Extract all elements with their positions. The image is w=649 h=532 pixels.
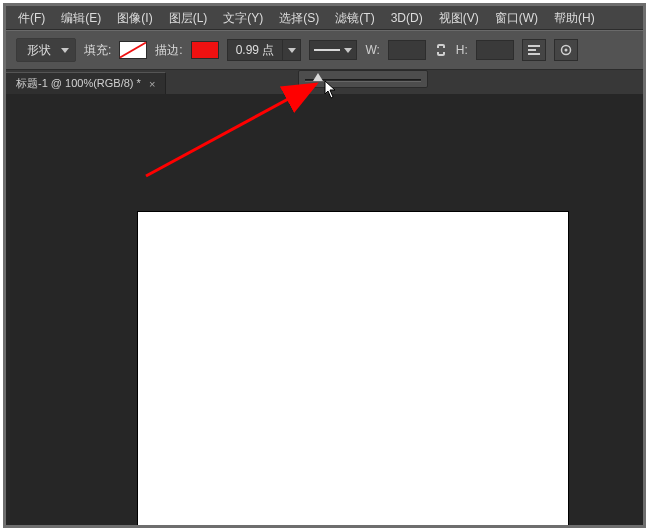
slider-thumb[interactable] bbox=[313, 73, 323, 81]
document-canvas[interactable] bbox=[138, 212, 568, 528]
svg-rect-0 bbox=[528, 45, 540, 47]
svg-point-4 bbox=[564, 49, 567, 52]
menu-select[interactable]: 选择(S) bbox=[271, 6, 327, 30]
no-fill-icon bbox=[119, 41, 147, 59]
menu-3d[interactable]: 3D(D) bbox=[383, 6, 431, 30]
menu-view[interactable]: 视图(V) bbox=[431, 6, 487, 30]
menu-type[interactable]: 文字(Y) bbox=[215, 6, 271, 30]
stroke-width-field[interactable]: 0.99 点 bbox=[227, 39, 302, 61]
svg-rect-1 bbox=[528, 49, 536, 51]
stroke-swatch[interactable] bbox=[191, 41, 219, 59]
menu-edit[interactable]: 编辑(E) bbox=[53, 6, 109, 30]
stroke-width-slider[interactable] bbox=[298, 70, 428, 88]
chevron-down-icon bbox=[288, 48, 296, 53]
fill-swatch[interactable] bbox=[119, 41, 147, 59]
height-field[interactable] bbox=[476, 40, 514, 60]
stroke-width-value: 0.99 点 bbox=[228, 42, 283, 59]
solid-line-icon bbox=[314, 49, 340, 51]
link-icon[interactable] bbox=[434, 42, 448, 58]
svg-rect-2 bbox=[528, 53, 540, 55]
chevron-down-icon bbox=[61, 48, 69, 53]
menu-image[interactable]: 图像(I) bbox=[109, 6, 160, 30]
canvas-area[interactable] bbox=[6, 94, 643, 525]
height-label: H: bbox=[456, 43, 468, 57]
fill-label: 填充: bbox=[84, 42, 111, 59]
close-icon[interactable]: × bbox=[149, 78, 155, 90]
menu-bar: 件(F) 编辑(E) 图像(I) 图层(L) 文字(Y) 选择(S) 滤镜(T)… bbox=[6, 6, 643, 30]
menu-help[interactable]: 帮助(H) bbox=[546, 6, 603, 30]
stroke-label: 描边: bbox=[155, 42, 182, 59]
stroke-width-dropdown[interactable] bbox=[282, 40, 300, 60]
menu-layer[interactable]: 图层(L) bbox=[161, 6, 216, 30]
stroke-color-swatch bbox=[191, 41, 219, 59]
menu-window[interactable]: 窗口(W) bbox=[487, 6, 546, 30]
menu-filter[interactable]: 滤镜(T) bbox=[327, 6, 382, 30]
document-tab[interactable]: 标题-1 @ 100%(RGB/8) * × bbox=[6, 72, 166, 94]
shape-mode-dropdown[interactable]: 形状 bbox=[16, 38, 76, 62]
align-button[interactable] bbox=[522, 39, 546, 61]
menu-file[interactable]: 件(F) bbox=[10, 6, 53, 30]
document-tab-label: 标题-1 @ 100%(RGB/8) * bbox=[16, 76, 141, 91]
stroke-style-dropdown[interactable] bbox=[309, 40, 357, 60]
chevron-down-icon bbox=[344, 48, 352, 53]
shape-mode-label: 形状 bbox=[27, 42, 51, 59]
options-bar: 形状 填充: 描边: 0.99 点 W: H: bbox=[6, 30, 643, 70]
settings-button[interactable] bbox=[554, 39, 578, 61]
width-label: W: bbox=[365, 43, 379, 57]
width-field[interactable] bbox=[388, 40, 426, 60]
